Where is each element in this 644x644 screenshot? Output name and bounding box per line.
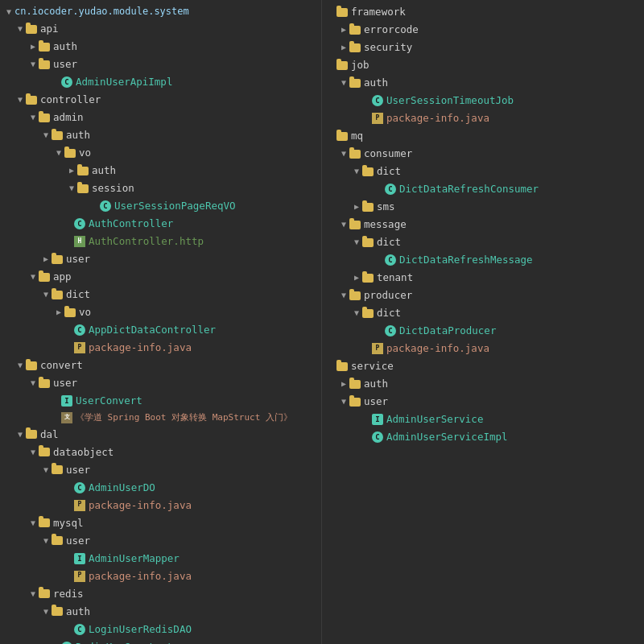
file-pkg-mq[interactable]: P package-info.java [322, 340, 644, 357]
folder-sms[interactable]: sms [322, 198, 644, 216]
class-DictDataRefreshMessage[interactable]: C DictDataRefreshMessage [322, 251, 644, 269]
label-auth4: auth [66, 604, 90, 620]
folder-producer[interactable]: producer [322, 287, 644, 304]
class-AuthController[interactable]: C AuthController [0, 215, 321, 233]
class-LoginUserRedisDAO[interactable]: C LoginUserRedisDAO [0, 621, 321, 638]
folder-icon-user5 [52, 536, 63, 545]
folder-api[interactable]: api [0, 20, 321, 38]
class-AdminUserMapper[interactable]: I AdminUserMapper [0, 550, 321, 568]
folder-vo[interactable]: vo [0, 144, 321, 162]
folder-dataobject[interactable]: dataobject [0, 444, 321, 461]
folder-controller[interactable]: controller [0, 91, 321, 109]
folder-consumer[interactable]: consumer [322, 145, 644, 163]
folder-tenant[interactable]: tenant [322, 269, 644, 287]
folder-dict1[interactable]: dict [0, 286, 321, 303]
label-user-service: user [364, 394, 388, 410]
label-dataobject: dataobject [53, 444, 114, 460]
folder-service[interactable]: service [322, 357, 644, 375]
folder-app[interactable]: app [0, 268, 321, 286]
class-icon-AdminUserService: I [372, 414, 383, 425]
arrow-admin [27, 111, 39, 124]
class-AppDictDataController[interactable]: C AppDictDataController [0, 321, 321, 339]
label-producer: producer [364, 287, 412, 303]
right-panel: framework errorcode security job auth C … [322, 0, 644, 644]
class-UserSessionTimeoutJob[interactable]: C UserSessionTimeoutJob [322, 92, 644, 109]
label-DictDataRefreshMessage: DictDataRefreshMessage [399, 252, 533, 268]
folder-user3[interactable]: user [0, 374, 321, 392]
folder-framework[interactable]: framework [322, 3, 644, 21]
folder-user1[interactable]: user [0, 56, 321, 73]
arrow-auth4 [40, 605, 52, 618]
folder-redis[interactable]: redis [0, 585, 321, 603]
folder-icon-auth1 [39, 43, 50, 52]
class-AdminUserService[interactable]: I AdminUserService [322, 411, 644, 428]
label-user2: user [66, 251, 90, 267]
http-icon-AuthControllerHttp: H [74, 236, 85, 247]
label-DictDataRefreshConsumer: DictDataRefreshConsumer [399, 181, 539, 197]
file-pkg2[interactable]: P package-info.java [0, 497, 321, 514]
folder-session[interactable]: session [0, 180, 321, 197]
folder-security[interactable]: security [322, 39, 644, 56]
folder-icon-redis [39, 589, 50, 598]
label-AdminUserService: AdminUserService [386, 411, 483, 427]
class-AdminUserServiceImpl[interactable]: C AdminUserServiceImpl [322, 428, 644, 446]
folder-dict-message[interactable]: dict [322, 233, 644, 251]
class-RedisKeyConstants[interactable]: C RedisKeyConstants [0, 638, 321, 644]
label-tenant: tenant [377, 270, 413, 286]
label-admin: admin [53, 109, 84, 126]
folder-vo2[interactable]: vo [0, 303, 321, 321]
folder-auth4[interactable]: auth [0, 603, 321, 621]
folder-job[interactable]: job [322, 56, 644, 74]
folder-icon-message [349, 221, 361, 229]
class-AdminUserDO[interactable]: C AdminUserDO [0, 479, 321, 497]
folder-dal[interactable]: dal [0, 426, 321, 444]
label-pkg2: package-info.java [89, 497, 192, 514]
label-controller: controller [40, 92, 101, 108]
folder-mysql[interactable]: mysql [0, 514, 321, 532]
class-AdminUserApiImpl[interactable]: C AdminUserApiImpl [0, 73, 321, 91]
folder-convert[interactable]: convert [0, 357, 321, 374]
folder-icon-mysql [39, 518, 50, 527]
folder-mq[interactable]: mq [322, 127, 644, 145]
folder-auth1[interactable]: auth [0, 38, 321, 56]
file-MapStruct[interactable]: 文 《学道 Spring Boot 对象转换 MapStruct 入门》 [0, 410, 321, 426]
file-pkg-job[interactable]: P package-info.java [322, 109, 644, 127]
folder-user-service[interactable]: user [322, 393, 644, 411]
file-pkg1[interactable]: P package-info.java [0, 339, 321, 357]
folder-dict-producer[interactable]: dict [322, 304, 644, 322]
label-user5: user [66, 533, 90, 549]
class-DictDataRefreshConsumer[interactable]: C DictDataRefreshConsumer [322, 180, 644, 198]
arrow-message [338, 218, 349, 231]
folder-errorcode[interactable]: errorcode [322, 21, 644, 39]
class-UserConvert[interactable]: I UserConvert [0, 392, 321, 410]
arrow-mysql [27, 517, 39, 530]
folder-auth-job[interactable]: auth [322, 74, 644, 92]
label-user3: user [53, 375, 77, 391]
root-node[interactable]: cn.iocoder.yudao.module.system [0, 3, 321, 20]
folder-message[interactable]: message [322, 216, 644, 233]
class-DictDataProducer[interactable]: C DictDataProducer [322, 322, 644, 340]
folder-dict-consumer[interactable]: dict [322, 163, 644, 180]
folder-user4[interactable]: user [0, 461, 321, 479]
label-MapStruct: 《学道 Spring Boot 对象转换 MapStruct 入门》 [76, 411, 292, 425]
folder-admin[interactable]: admin [0, 109, 321, 126]
folder-user2[interactable]: user [0, 250, 321, 268]
arrow-redis [27, 588, 39, 601]
file-AuthControllerHttp[interactable]: H AuthController.http [0, 233, 321, 250]
class-UserSessionPageReqVO[interactable]: C UserSessionPageReqVO [0, 197, 321, 215]
arrow-dict-producer [351, 307, 362, 320]
folder-user5[interactable]: user [0, 532, 321, 550]
label-mysql: mysql [53, 515, 84, 531]
folder-icon-consumer [349, 150, 361, 159]
folder-icon-tenant [362, 274, 374, 283]
folder-auth2[interactable]: auth [0, 126, 321, 144]
class-icon-AdminUserMapper: I [74, 553, 85, 564]
arrow-vo2 [53, 306, 64, 319]
arrow-tenant [351, 271, 362, 284]
class-icon-UserSessionPageReqVO: C [100, 200, 111, 212]
file-pkg3[interactable]: P package-info.java [0, 568, 321, 585]
folder-icon-service [336, 362, 348, 371]
folder-auth3[interactable]: auth [0, 162, 321, 180]
class-icon-AuthController: C [74, 218, 85, 229]
folder-auth-service[interactable]: auth [322, 375, 644, 393]
